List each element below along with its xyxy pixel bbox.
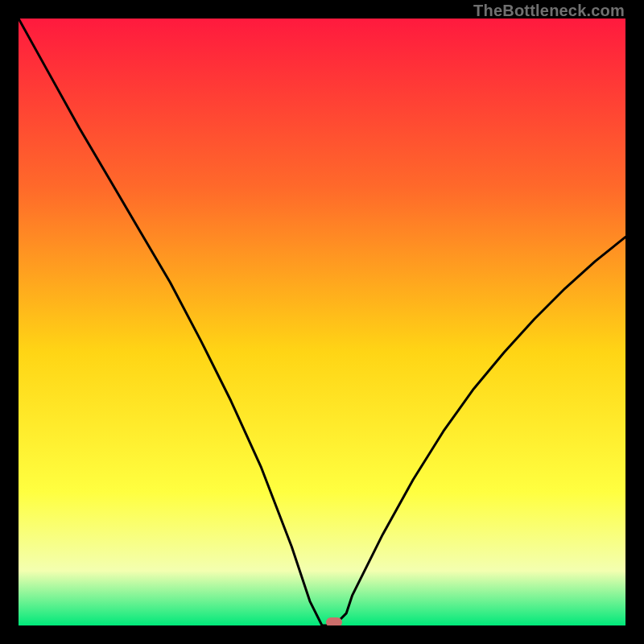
chart-frame: TheBottleneck.com bbox=[0, 0, 644, 644]
bottleneck-curve bbox=[19, 19, 625, 625]
watermark-text: TheBottleneck.com bbox=[473, 2, 625, 20]
optimal-point-marker bbox=[326, 617, 342, 625]
plot-area bbox=[19, 19, 625, 625]
